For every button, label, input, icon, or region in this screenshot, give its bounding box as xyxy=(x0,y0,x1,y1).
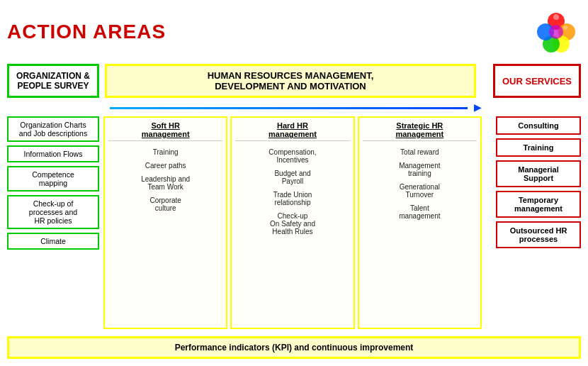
svg-point-5 xyxy=(549,25,563,39)
middle-columns: Soft HRmanagement Training Career paths … xyxy=(103,116,482,329)
strategic-hr-column: Strategic HRmanagement Total reward Mana… xyxy=(358,116,482,329)
left-item-competence: Competencemapping xyxy=(7,166,99,192)
strategic-hr-item-generational: GenerationalTurnover xyxy=(363,182,477,200)
left-column: Organization Chartsand Job descriptions … xyxy=(7,116,99,329)
hard-hr-item-budget: Budget andPayroll xyxy=(235,168,349,187)
left-item-info-flows: Information Flows xyxy=(7,145,99,162)
soft-hr-item-corporate: Corporateculture xyxy=(108,195,222,214)
arrow-row xyxy=(7,104,581,111)
right-column-services: Consulting Training ManagerialSupport Te… xyxy=(496,116,581,329)
left-item-checkup: Check-up ofprocesses andHR policies xyxy=(7,195,99,229)
hard-hr-title: Hard HRmanagement xyxy=(235,121,349,141)
svg-point-7 xyxy=(563,26,567,30)
hard-hr-column: Hard HRmanagement Compensation,Incentive… xyxy=(230,116,354,329)
page: ACTION AREAS ORGANIZATION & PEOPLE SURVE… xyxy=(0,0,588,366)
soft-hr-item-career: Career paths xyxy=(108,160,222,171)
main-content: Organization Chartsand Job descriptions … xyxy=(7,116,581,329)
service-managerial: ManagerialSupport xyxy=(496,160,581,187)
header-row: ACTION AREAS xyxy=(7,7,581,57)
strategic-hr-item-reward: Total reward xyxy=(363,147,477,157)
soft-hr-title: Soft HRmanagement xyxy=(108,121,222,141)
hard-hr-item-trade: Trade Unionrelationship xyxy=(235,189,349,208)
logo xyxy=(531,7,581,57)
bottom-bar: Performance indicators (KPI) and continu… xyxy=(7,336,581,359)
soft-hr-item-leadership: Leadership andTeam Work xyxy=(108,174,222,192)
our-services-label: OUR SERVICES xyxy=(493,64,581,98)
service-temporary: Temporarymanagement xyxy=(496,191,581,218)
top-labels-row: ORGANIZATION & PEOPLE SURVEY HUMAN RESOU… xyxy=(7,64,581,98)
svg-point-6 xyxy=(553,14,559,20)
hard-hr-item-compensation: Compensation,Incentives xyxy=(235,147,349,165)
left-item-climate: Climate xyxy=(7,233,99,250)
left-item-org-charts: Organization Chartsand Job descriptions xyxy=(7,116,99,142)
service-consulting: Consulting xyxy=(496,116,581,135)
page-title: ACTION AREAS xyxy=(7,21,166,43)
service-training: Training xyxy=(496,138,581,157)
org-survey-label: ORGANIZATION & PEOPLE SURVEY xyxy=(7,64,99,98)
soft-hr-item-training: Training xyxy=(108,147,222,157)
hr-mgmt-label: HUMAN RESOURCES MANAGEMENT, DEVELOPMENT … xyxy=(105,64,476,98)
strategic-hr-item-mgmt-training: Managementtraining xyxy=(363,160,477,179)
hard-hr-item-checkup: Check-upOn Safety andHealth Rules xyxy=(235,211,349,237)
strategic-hr-item-talent: Talentmanagement xyxy=(363,203,477,221)
service-outsourced: Outsourced HRprocesses xyxy=(496,221,581,248)
strategic-hr-title: Strategic HRmanagement xyxy=(363,121,477,141)
arrow xyxy=(110,104,482,111)
soft-hr-column: Soft HRmanagement Training Career paths … xyxy=(103,116,227,329)
